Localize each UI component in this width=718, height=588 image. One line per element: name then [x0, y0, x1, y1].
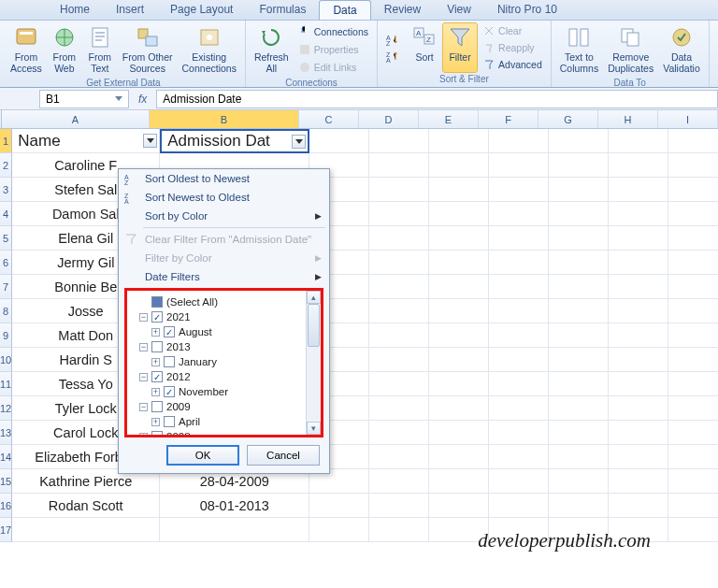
cell[interactable] [609, 178, 668, 202]
row-header[interactable]: 17 [0, 518, 12, 542]
date-filters-item[interactable]: Date Filters▶ [119, 267, 329, 286]
cell[interactable] [369, 372, 429, 396]
fx-icon[interactable]: fx [138, 93, 147, 106]
expand-icon[interactable]: − [139, 403, 148, 411]
expand-icon[interactable]: − [139, 373, 148, 381]
cell[interactable] [668, 348, 718, 372]
cell[interactable]: Rodan Scott [12, 494, 160, 518]
cell[interactable] [489, 202, 549, 226]
ribbon-tab-insert[interactable]: Insert [103, 0, 157, 20]
cell[interactable] [609, 153, 668, 178]
cell[interactable] [429, 275, 489, 299]
cell[interactable] [369, 323, 429, 348]
cell[interactable] [668, 299, 718, 323]
cell[interactable] [549, 299, 609, 323]
cell[interactable] [309, 494, 369, 518]
column-header-H[interactable]: H [598, 110, 658, 128]
row-header[interactable]: 3 [0, 178, 12, 202]
cell[interactable] [489, 469, 549, 494]
ribbon-tab-page-layout[interactable]: Page Layout [157, 0, 246, 20]
row-header[interactable]: 16 [0, 494, 12, 518]
cell[interactable]: 08-01-2013 [160, 494, 309, 518]
cell[interactable] [429, 226, 489, 251]
ribbon-tab-view[interactable]: View [434, 0, 484, 20]
cell[interactable] [489, 348, 549, 372]
checkbox[interactable] [151, 296, 163, 308]
row-header[interactable]: 1 [0, 129, 12, 153]
expand-icon[interactable]: + [139, 433, 148, 436]
column-header-D[interactable]: D [359, 110, 419, 128]
text-to-columns-button[interactable]: Text to Columns [555, 22, 603, 77]
from-web-button[interactable]: From Web [47, 22, 82, 77]
cell[interactable] [609, 299, 668, 323]
cell[interactable] [489, 226, 549, 251]
cell[interactable] [369, 153, 429, 178]
ribbon-tab-review[interactable]: Review [371, 0, 434, 20]
cell[interactable] [549, 153, 609, 178]
connections-button[interactable]: Connections [295, 24, 371, 39]
row-header[interactable]: 4 [0, 202, 12, 226]
ok-button[interactable]: OK [166, 445, 239, 466]
checkbox[interactable] [151, 401, 163, 412]
expand-icon[interactable]: − [139, 343, 148, 351]
cell[interactable] [609, 251, 668, 275]
cell[interactable] [429, 202, 489, 226]
cell[interactable] [369, 445, 429, 469]
cell[interactable] [668, 226, 718, 251]
data-validation-button[interactable]: Data Validatio [658, 22, 705, 77]
cell[interactable] [369, 275, 429, 299]
cell[interactable] [369, 202, 429, 226]
cell[interactable] [489, 299, 549, 323]
checkbox[interactable] [151, 431, 163, 435]
cell[interactable] [369, 226, 429, 251]
existing-connections-button[interactable]: Existing Connections [178, 22, 241, 77]
cell[interactable] [429, 445, 489, 469]
cell[interactable] [609, 494, 668, 518]
sort-button[interactable]: AZSort [407, 22, 442, 73]
tree-node[interactable]: −2013 [139, 339, 304, 354]
cell[interactable] [549, 494, 609, 518]
expand-icon[interactable]: + [151, 418, 160, 426]
name-box[interactable]: B1 [39, 90, 129, 108]
cell[interactable] [549, 202, 609, 226]
cell[interactable] [609, 275, 668, 299]
checkbox[interactable] [164, 356, 175, 367]
cell[interactable] [549, 421, 609, 445]
row-header[interactable]: 2 [0, 153, 12, 178]
column-header-B[interactable]: B [150, 110, 299, 128]
cell[interactable] [549, 275, 609, 299]
cell[interactable] [429, 178, 489, 202]
cell[interactable] [668, 129, 718, 153]
clear-button[interactable]: Clear [480, 23, 545, 38]
cell[interactable] [489, 445, 549, 469]
row-header[interactable]: 11 [0, 372, 12, 396]
cell[interactable] [369, 469, 429, 494]
tree-node[interactable]: +✓November [151, 384, 304, 399]
cell[interactable]: Name [12, 129, 160, 153]
cell[interactable] [609, 129, 668, 153]
cell[interactable] [668, 251, 718, 275]
edit-links-button[interactable]: Edit Links [295, 60, 371, 75]
cell[interactable] [429, 251, 489, 275]
cell[interactable] [369, 251, 429, 275]
cell[interactable] [609, 226, 668, 251]
sort-asc-button[interactable]: AZ [383, 32, 405, 47]
cancel-button[interactable]: Cancel [247, 445, 320, 466]
cell[interactable] [369, 348, 429, 372]
from-access-button[interactable]: From Access [6, 22, 47, 77]
cell[interactable] [369, 494, 429, 518]
cell[interactable]: Admission Dat [160, 129, 309, 153]
cell[interactable] [489, 275, 549, 299]
cell[interactable] [369, 518, 429, 542]
cell[interactable] [429, 372, 489, 396]
cell[interactable] [549, 129, 609, 153]
cell[interactable] [609, 396, 668, 421]
row-header[interactable]: 7 [0, 275, 12, 299]
column-header-C[interactable]: C [299, 110, 359, 128]
tree-node[interactable]: +2008 [139, 429, 304, 435]
cell[interactable] [549, 348, 609, 372]
tree-node[interactable]: −2009 [139, 399, 304, 414]
cell[interactable] [609, 469, 668, 494]
cell[interactable] [489, 178, 549, 202]
cell[interactable] [489, 129, 549, 153]
